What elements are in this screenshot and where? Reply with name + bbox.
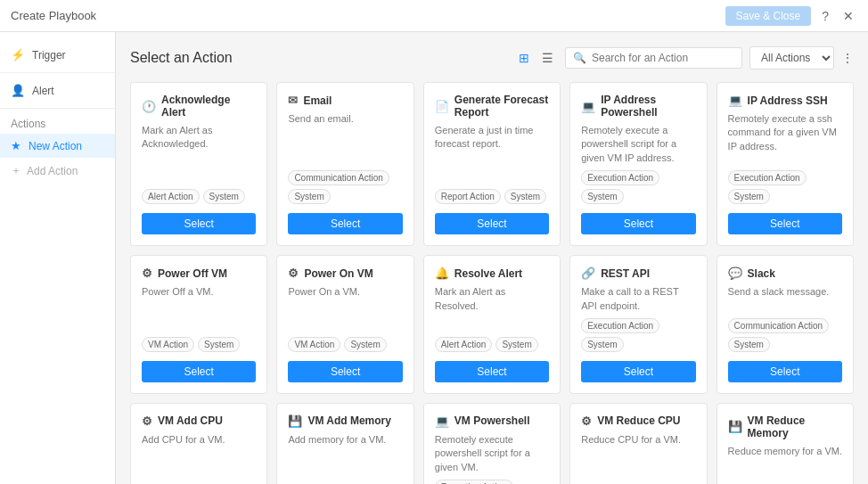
action-tag: Execution Action [435, 480, 513, 484]
app-title: Create Playbook [11, 9, 96, 22]
action-card-name: IP Address Powershell [601, 94, 695, 119]
vm-reduce-cpu-icon: ⚙ [581, 414, 592, 428]
action-card-vm-reduce-memory: 💾VM Reduce MemoryReduce memory for a VM.… [717, 403, 854, 484]
select-button-ip-address-powershell[interactable]: Select [581, 213, 695, 234]
content-header: Select an Action ⊞ ☰ 🔍 All Actions ⋮ [130, 46, 854, 70]
action-card-tags: Execution ActionSystem [581, 170, 695, 204]
select-button-rest-api[interactable]: Select [581, 361, 695, 382]
action-card-desc: Power On a VM. [288, 285, 402, 332]
action-card-name: Acknowledge Alert [161, 94, 256, 119]
action-tag: System [581, 337, 623, 352]
select-button-slack[interactable]: Select [728, 361, 842, 382]
action-tag: Alert Action [435, 337, 493, 352]
app-header: Create Playbook Save & Close ? ✕ [0, 0, 868, 32]
action-tag: Execution Action [728, 170, 807, 185]
filter-dropdown[interactable]: All Actions [749, 46, 834, 70]
vm-add-cpu-icon: ⚙ [142, 414, 152, 428]
action-card-desc: Mark an Alert as Resolved. [435, 285, 549, 332]
actions-section-label: Actions [0, 114, 115, 134]
power-off-vm-icon: ⚙ [142, 267, 152, 280]
action-tag: VM Action [288, 337, 340, 352]
action-card-desc: Add CPU for a VM. [142, 433, 256, 484]
actions-grid: 🕐Acknowledge AlertMark an Alert as Ackno… [130, 82, 854, 484]
generate-forecast-report-icon: 📄 [435, 100, 449, 113]
action-tag: Execution Action [581, 318, 659, 333]
help-button[interactable]: ? [818, 5, 832, 27]
action-card-name: VM Add CPU [158, 414, 223, 427]
search-icon: 🔍 [573, 52, 586, 64]
view-toggle: ⊞ ☰ [514, 48, 558, 68]
action-card-vm-powershell: 💻VM PowershellRemotely execute powershel… [423, 403, 561, 484]
sidebar-item-alert[interactable]: 👤 Alert [0, 78, 115, 103]
action-tag: Alert Action [142, 189, 200, 204]
add-action-label: Add Action [27, 165, 78, 177]
action-tag: System [198, 337, 240, 352]
select-button-acknowledge-alert[interactable]: Select [142, 213, 256, 234]
action-card-name: Generate Forecast Report [454, 94, 549, 119]
action-card-name: VM Reduce Memory [748, 414, 842, 439]
select-button-power-off-vm[interactable]: Select [142, 361, 256, 382]
action-card-header: 🕐Acknowledge Alert [142, 94, 256, 119]
sidebar-divider-2 [0, 108, 115, 109]
add-icon: ＋ [11, 163, 21, 178]
action-card-header: 🔗REST API [581, 267, 695, 280]
trigger-label: Trigger [32, 49, 66, 62]
search-input[interactable] [592, 52, 734, 64]
select-button-generate-forecast-report[interactable]: Select [435, 213, 549, 234]
action-card-header: ✉Email [288, 94, 402, 107]
sidebar-item-trigger[interactable]: ⚡ Trigger [0, 43, 115, 67]
action-card-acknowledge-alert: 🕐Acknowledge AlertMark an Alert as Ackno… [130, 82, 267, 246]
action-card-header: 💬Slack [728, 267, 842, 280]
action-card-header: 💻IP Address SSH [728, 94, 842, 107]
action-card-power-on-vm: ⚙Power On VMPower On a VM.VM ActionSyste… [276, 255, 414, 394]
action-card-ip-address-ssh: 💻IP Address SSHRemotely execute a ssh co… [717, 82, 854, 246]
action-card-desc: Power Off a VM. [142, 285, 256, 332]
action-card-header: 💾VM Add Memory [288, 414, 402, 428]
vm-add-memory-icon: 💾 [288, 414, 302, 428]
select-button-ip-address-ssh[interactable]: Select [728, 213, 842, 234]
action-card-name: IP Address SSH [748, 94, 828, 107]
action-card-name: VM Powershell [454, 414, 530, 427]
action-tag: System [203, 189, 245, 204]
action-card-header: ⚙VM Reduce CPU [581, 414, 695, 428]
search-box: 🔍 [565, 47, 742, 69]
action-tag: System [504, 189, 546, 204]
action-card-header: 📄Generate Forecast Report [435, 94, 549, 119]
header-actions: Save & Close ? ✕ [725, 5, 858, 27]
select-button-email[interactable]: Select [288, 213, 402, 234]
action-card-desc: Remotely execute a ssh command for a giv… [728, 112, 842, 165]
action-card-desc: Send a slack message. [728, 285, 842, 313]
action-card-header: ⚙Power On VM [288, 267, 402, 280]
action-card-tags: Communication ActionSystem [728, 318, 842, 352]
action-tag: System [728, 337, 770, 352]
select-button-resolve-alert[interactable]: Select [435, 361, 549, 382]
action-tag: VM Action [142, 337, 194, 352]
email-icon: ✉ [288, 94, 298, 107]
action-card-name: VM Reduce CPU [597, 414, 680, 427]
content-header-controls: ⊞ ☰ 🔍 All Actions ⋮ [514, 46, 854, 70]
sidebar-item-new-action[interactable]: ★ New Action [0, 134, 115, 158]
action-card-desc: Send an email. [288, 112, 402, 165]
action-card-desc: Mark an Alert as Acknowledged. [142, 124, 256, 184]
grid-view-button[interactable]: ⊞ [514, 48, 534, 68]
action-tag: Execution Action [581, 170, 659, 185]
action-card-header: 💾VM Reduce Memory [728, 414, 842, 439]
action-tag: System [495, 337, 537, 352]
sidebar-add-action[interactable]: ＋ Add Action [0, 158, 115, 184]
save-close-button[interactable]: Save & Close [725, 6, 812, 26]
select-button-power-on-vm[interactable]: Select [288, 361, 402, 382]
action-card-desc: Add memory for a VM. [288, 433, 402, 484]
action-card-header: ⚙Power Off VM [142, 267, 256, 280]
action-card-email: ✉EmailSend an email.Communication Action… [276, 82, 414, 246]
content-area: Select an Action ⊞ ☰ 🔍 All Actions ⋮ 🕐Ac… [116, 32, 868, 484]
new-action-label: New Action [29, 140, 82, 152]
sidebar-divider-1 [0, 72, 115, 73]
action-card-desc: Reduce CPU for a VM. [581, 433, 695, 484]
action-card-tags: VM ActionSystem [142, 337, 256, 352]
filter-more-button[interactable]: ⋮ [841, 51, 854, 65]
action-card-header: 💻VM Powershell [435, 414, 549, 428]
action-card-tags: Execution ActionSystem [581, 318, 695, 352]
action-card-tags: Alert ActionSystem [142, 189, 256, 204]
close-button[interactable]: ✕ [839, 5, 857, 27]
list-view-button[interactable]: ☰ [537, 48, 558, 68]
